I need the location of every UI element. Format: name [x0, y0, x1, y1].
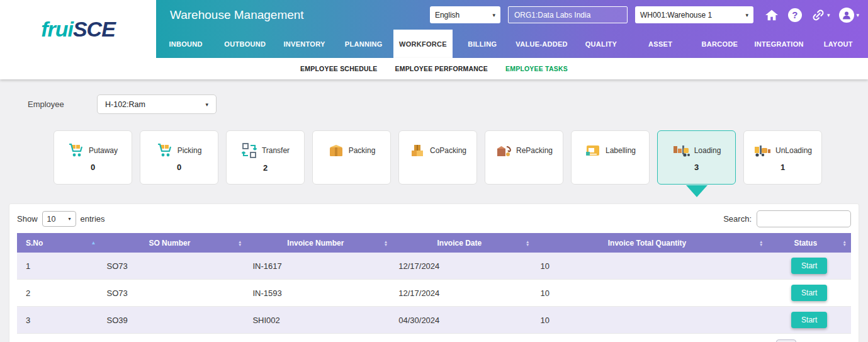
page-size-select[interactable]: 10 ▾: [42, 211, 76, 227]
chevron-down-icon: ▾: [827, 12, 830, 18]
avatar: [839, 8, 854, 23]
entries-label: entries: [81, 214, 105, 224]
copacking-boxes-icon: [409, 143, 426, 158]
cell-invoice-number: IN-1617: [246, 253, 392, 280]
col-invoice-date[interactable]: Invoice Date▲▼: [392, 233, 534, 253]
tasks-table-panel: Show 10 ▾ entries Search: S.No▲ SO Numbe…: [9, 203, 859, 342]
main-nav: INBOUND OUTBOUND INVENTORY PLANNING WORK…: [156, 30, 868, 58]
tab-planning[interactable]: PLANNING: [334, 30, 393, 58]
labelling-icon: [585, 143, 601, 158]
chevron-down-icon: ▾: [69, 216, 71, 222]
pagination: First Previous 1 Next Last: [706, 339, 851, 342]
sort-asc-icon: ▲: [91, 241, 96, 246]
search-label: Search:: [723, 214, 752, 224]
loading-forklift-icon: [672, 143, 690, 158]
card-label: Labelling: [606, 146, 636, 155]
cell-so-number: SO73: [101, 253, 247, 280]
tab-barcode[interactable]: BARCODE: [690, 30, 749, 58]
tab-value-added[interactable]: VALUE-ADDED: [512, 30, 572, 58]
search-input[interactable]: [757, 210, 851, 227]
card-count: 0: [91, 162, 95, 172]
card-unloading[interactable]: UnLoading 1: [743, 130, 822, 185]
start-button[interactable]: Start: [791, 312, 827, 328]
task-cards-row: Putaway 0 Picking 0 Transfer 2 Packing C…: [54, 130, 868, 185]
workforce-subnav: EMPLOYEE SCHEDULE EMPLOYEE PERFORMANCE E…: [0, 58, 868, 79]
col-invoice-total-quantity[interactable]: Invoice Total Quantity▲▼: [534, 233, 768, 253]
sort-icon: ▲▼: [384, 240, 388, 246]
tab-asset[interactable]: ASSET: [631, 30, 690, 58]
card-repacking[interactable]: RePacking: [485, 130, 563, 185]
transfer-icon: [241, 142, 257, 159]
cell-invoice-date: 12/17/2024: [392, 253, 534, 280]
warehouse-select-value: WH001:Warehouse 1: [640, 11, 712, 20]
cell-so-number: SO39: [101, 307, 247, 334]
subnav-employee-tasks[interactable]: EMPLOYEE TASKS: [505, 65, 568, 72]
card-packing[interactable]: Packing: [312, 130, 391, 185]
tasks-table: S.No▲ SO Number▲▼ Invoice Number▲▼ Invoi…: [17, 233, 851, 334]
table-row: 1 SO73 IN-1617 12/17/2024 10 Start: [17, 253, 851, 280]
card-transfer[interactable]: Transfer 2: [226, 130, 305, 185]
sort-icon: ▲▼: [759, 240, 763, 246]
tab-quality[interactable]: QUALITY: [572, 30, 631, 58]
cell-sno: 2: [17, 280, 101, 307]
start-button[interactable]: Start: [791, 258, 827, 274]
pagination-page-1[interactable]: 1: [776, 339, 796, 342]
link-menu-button[interactable]: ▾: [811, 9, 830, 21]
table-controls: Show 10 ▾ entries Search:: [17, 210, 851, 227]
tab-layout[interactable]: LAYOUT: [809, 30, 868, 58]
cell-invoice-date: 12/17/2024: [392, 280, 534, 307]
col-sno[interactable]: S.No▲: [17, 233, 101, 253]
employee-select-value: H-102:Ram: [105, 100, 145, 109]
table-header-row: S.No▲ SO Number▲▼ Invoice Number▲▼ Invoi…: [17, 233, 851, 253]
user-menu-button[interactable]: ▾: [839, 8, 859, 23]
card-count: 3: [694, 162, 699, 172]
language-select[interactable]: English ▾: [430, 6, 500, 23]
card-putaway[interactable]: Putaway 0: [54, 130, 132, 185]
unloading-forklift-icon: [753, 143, 771, 158]
tab-integration[interactable]: INTEGRATION: [750, 30, 809, 58]
col-status[interactable]: Status▲▼: [768, 233, 852, 253]
tab-inbound[interactable]: INBOUND: [156, 30, 215, 58]
card-count: 2: [263, 163, 268, 173]
tab-billing[interactable]: BILLING: [453, 30, 512, 58]
col-invoice-number[interactable]: Invoice Number▲▼: [246, 233, 392, 253]
cell-invoice-total-quantity: 10: [534, 280, 768, 307]
help-button[interactable]: ?: [788, 8, 802, 22]
cell-invoice-total-quantity: 10: [534, 253, 768, 280]
tab-outbound[interactable]: OUTBOUND: [215, 30, 274, 58]
sort-icon: ▲▼: [843, 240, 847, 246]
tab-inventory[interactable]: INVENTORY: [274, 30, 334, 58]
brand-logo: fruiSCE: [0, 0, 156, 58]
card-label: Putaway: [89, 146, 118, 155]
warehouse-select[interactable]: WH001:Warehouse 1 ▾: [635, 6, 753, 23]
employee-select[interactable]: H-102:Ram ▾: [97, 94, 217, 114]
subnav-employee-schedule[interactable]: EMPLOYEE SCHEDULE: [300, 65, 377, 72]
home-icon: [765, 9, 779, 21]
cell-status: Start: [768, 280, 852, 307]
search-control: Search:: [723, 210, 851, 227]
table-row: 3 SO39 SHI002 04/30/2024 10 Start: [17, 307, 851, 334]
card-copacking[interactable]: CoPacking: [398, 130, 477, 185]
card-picking[interactable]: Picking 0: [140, 130, 218, 185]
card-loading[interactable]: Loading 3: [657, 130, 736, 185]
packing-box-icon: [328, 143, 344, 158]
organization-field[interactable]: ORG1:Data Labs India: [508, 6, 628, 23]
chevron-down-icon: ▾: [745, 12, 748, 18]
employee-label: Employee: [28, 100, 97, 109]
start-button[interactable]: Start: [791, 285, 827, 301]
col-so-number[interactable]: SO Number▲▼: [101, 233, 247, 253]
table-footer: Showing 1 to 3 of 3 entries First Previo…: [17, 339, 851, 342]
tab-workforce[interactable]: WORKFORCE: [393, 30, 453, 58]
cell-invoice-number: IN-1593: [246, 280, 392, 307]
page-size-control: Show 10 ▾ entries: [17, 211, 105, 227]
card-count: 1: [781, 162, 785, 172]
cell-so-number: SO73: [101, 280, 247, 307]
card-labelling[interactable]: Labelling: [571, 130, 650, 185]
home-button[interactable]: [765, 9, 779, 21]
brand-part1: frui: [41, 17, 73, 41]
picking-cart-icon: [157, 143, 173, 158]
header-icons: ? ▾ ▾: [765, 8, 859, 23]
subnav-employee-performance[interactable]: EMPLOYEE PERFORMANCE: [395, 65, 488, 72]
card-label: Transfer: [262, 146, 290, 155]
chevron-down-icon: ▾: [856, 12, 859, 18]
